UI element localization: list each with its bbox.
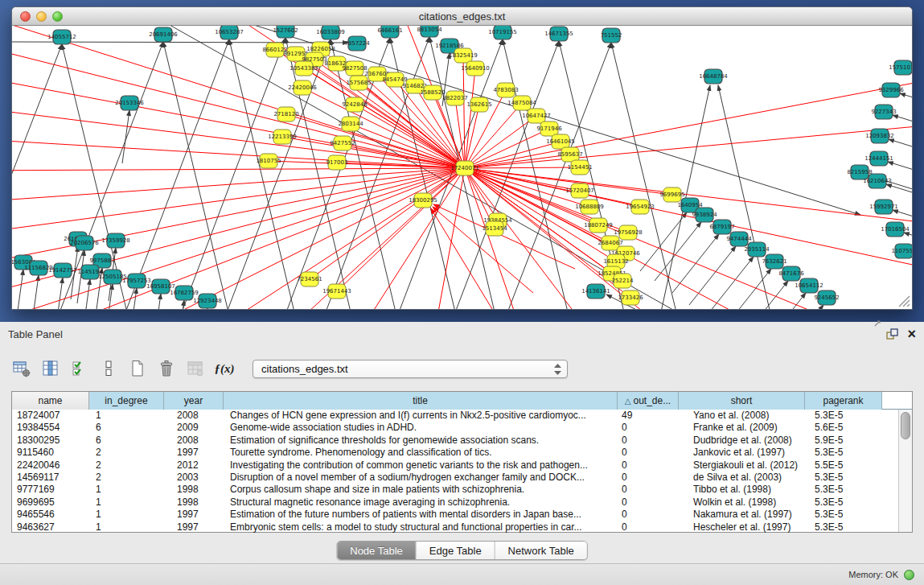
cell-in_degree[interactable]: 1 [89,484,164,496]
cell-title[interactable]: Structural magnetic resonance image aver… [224,496,618,509]
tab-edge-table[interactable]: Edge Table [417,542,495,559]
cell-out_de[interactable]: 0 [618,521,679,534]
cell-short[interactable]: Yano et al. (2008) [679,410,805,422]
cell-title[interactable]: Changes of HCN gene expression and I(f) … [224,410,618,422]
cell-out_de[interactable]: 0 [618,509,679,521]
cell-pagerank[interactable]: 5.3E-5 [805,484,882,496]
cell-in_degree[interactable]: 2 [89,472,164,484]
cell-pagerank[interactable]: 5.3E-5 [805,509,882,521]
cell-out_de[interactable]: 0 [618,422,679,434]
cell-year[interactable]: 1997 [164,521,224,534]
cell-year[interactable]: 1997 [164,509,224,521]
float-panel-icon[interactable] [885,328,899,341]
column-header-short[interactable]: short [679,392,805,410]
table-row[interactable]: 2242004622012Investigating the contribut… [12,459,912,472]
cell-pagerank[interactable]: 5.5E-5 [805,459,882,472]
cell-out_de[interactable]: 0 [618,472,679,484]
table-row[interactable]: 911546021997Tourette syndrome. Phenomeno… [12,447,912,459]
cell-title[interactable]: Embryonic stem cells: a model to study s… [224,521,618,534]
cell-out_de[interactable]: 0 [618,447,679,459]
cell-name[interactable]: 18300295 [12,435,89,447]
table-row[interactable]: 1830029562008Estimation of significance … [12,435,912,447]
cell-title[interactable]: Tourette syndrome. Phenomenology and cla… [224,447,618,459]
cell-year[interactable]: 2003 [164,472,224,484]
cell-name[interactable]: 19384554 [12,422,89,434]
cell-in_degree[interactable]: 1 [89,496,164,509]
cell-title[interactable]: Estimation of the future numbers of pati… [224,509,618,521]
table-mode-button[interactable] [11,358,32,379]
cell-title[interactable]: Estimation of significance thresholds fo… [224,435,618,447]
cell-in_degree[interactable]: 1 [89,521,164,534]
delete-column-button[interactable] [156,358,177,379]
table-selector-dropdown[interactable]: citations_edges.txt [253,360,568,378]
cell-name[interactable]: 9777169 [12,484,89,496]
table-row[interactable]: 946362711997Embryonic stem cells: a mode… [12,521,912,534]
cell-in_degree[interactable]: 1 [89,410,164,422]
table-row[interactable]: 946554611997Estimation of the future num… [12,509,912,521]
cell-year[interactable]: 2008 [164,410,224,422]
table-row[interactable]: 1938455462009Genome-wide association stu… [12,422,912,434]
cell-short[interactable]: Wolkin et al. (1998) [679,496,805,509]
minimize-window-button[interactable] [36,11,47,22]
network-view-window[interactable]: citations_edges.txt 17240071140557122069… [11,6,913,310]
network-canvas[interactable]: 1724007114055712206914061065328715276021… [12,26,912,309]
cell-pagerank[interactable]: 5.6E-5 [805,422,882,434]
splitter-resize-icon[interactable] [873,319,882,328]
table-vertical-scrollbar[interactable] [898,410,912,532]
cell-pagerank[interactable]: 5.3E-5 [805,410,882,422]
cell-in_degree[interactable]: 2 [89,459,164,472]
column-header-in_degree[interactable]: in_degree [89,392,164,410]
cell-pagerank[interactable]: 5.3E-5 [805,496,882,509]
table-row[interactable]: 969969511998Structural magnetic resonanc… [12,496,912,509]
table-row[interactable]: 977716911998Corpus callosum shape and si… [12,484,912,496]
cell-short[interactable]: Nakamura et al. (1997) [679,509,805,521]
function-builder-button[interactable]: ƒ(x) [214,358,235,379]
row-height-button[interactable] [98,358,119,379]
table-row[interactable]: 1872400712008Changes of HCN gene express… [12,410,912,422]
memory-status-indicator[interactable] [904,570,914,580]
cell-name[interactable]: 9463627 [12,521,89,534]
cell-name[interactable]: 14569117 [12,472,89,484]
cell-pagerank[interactable]: 5.3E-5 [805,521,882,534]
tab-network-table[interactable]: Network Table [495,542,587,559]
cell-year[interactable]: 2008 [164,435,224,447]
cell-name[interactable]: 18724007 [12,410,89,422]
show-columns-button[interactable] [40,358,61,379]
cell-in_degree[interactable]: 1 [89,509,164,521]
cell-short[interactable]: de Silva et al. (2003) [679,472,805,484]
cell-title[interactable]: Disruption of a novel member of a sodium… [224,472,618,484]
close-panel-icon[interactable]: × [907,327,916,341]
cell-in_degree[interactable]: 2 [89,447,164,459]
delete-table-button[interactable] [185,358,206,379]
cell-year[interactable]: 1998 [164,484,224,496]
cell-year[interactable]: 2012 [164,459,224,472]
cell-name[interactable]: 9699695 [12,496,89,509]
cell-short[interactable]: Hescheler et al. (1997) [679,521,805,534]
cell-name[interactable]: 9465546 [12,509,89,521]
scrollbar-thumb[interactable] [901,412,910,439]
cell-short[interactable]: Dudbridge et al. (2008) [679,435,805,447]
cell-title[interactable]: Genome-wide association studies in ADHD. [224,422,618,434]
cell-year[interactable]: 1998 [164,496,224,509]
cell-year[interactable]: 2009 [164,422,224,434]
table-row[interactable]: 1456911722003Disruption of a novel membe… [12,472,912,484]
cell-in_degree[interactable]: 6 [89,435,164,447]
select-all-rows-button[interactable] [69,358,90,379]
close-window-button[interactable] [20,11,31,22]
window-resize-grip[interactable] [896,293,910,307]
network-window-titlebar[interactable]: citations_edges.txt [12,7,912,26]
cell-short[interactable]: Tibbo et al. (1998) [679,484,805,496]
tab-node-table[interactable]: Node Table [337,542,417,559]
cell-out_de[interactable]: 0 [618,496,679,509]
cell-in_degree[interactable]: 6 [89,422,164,434]
cell-out_de[interactable]: 49 [618,410,679,422]
column-header-out_de[interactable]: △out_de... [618,392,679,410]
cell-pagerank[interactable]: 5.3E-5 [805,447,882,459]
cell-out_de[interactable]: 0 [618,484,679,496]
cell-pagerank[interactable]: 5.3E-5 [805,472,882,484]
column-header-year[interactable]: year [164,392,224,410]
cell-out_de[interactable]: 0 [618,435,679,447]
zoom-window-button[interactable] [52,11,63,22]
cell-short[interactable]: Jankovic et al. (1997) [679,447,805,459]
column-header-title[interactable]: title [224,392,618,410]
